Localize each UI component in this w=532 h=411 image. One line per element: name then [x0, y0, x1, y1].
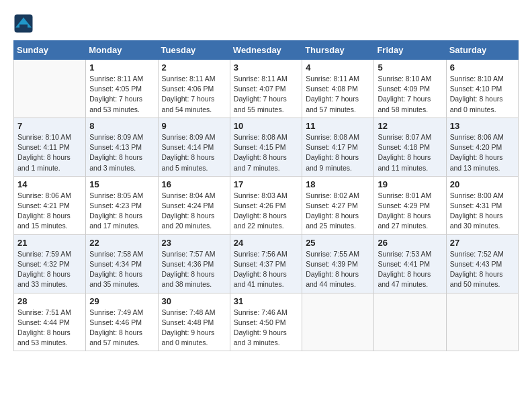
day-number: 21 — [17, 238, 82, 248]
calendar-cell: 2Sunrise: 8:11 AMSunset: 4:06 PMDaylight… — [158, 60, 230, 118]
header-day-tuesday: Tuesday — [158, 41, 230, 60]
calendar-cell: 13Sunrise: 8:06 AMSunset: 4:20 PMDayligh… — [446, 118, 518, 176]
day-number: 1 — [89, 62, 154, 73]
day-number: 2 — [162, 62, 226, 73]
day-info: Sunrise: 8:06 AMSunset: 4:20 PMDaylight:… — [450, 132, 515, 173]
day-info: Sunrise: 8:11 AMSunset: 4:07 PMDaylight:… — [234, 74, 298, 115]
day-info: Sunrise: 8:09 AMSunset: 4:13 PMDaylight:… — [89, 132, 154, 173]
calendar-cell: 12Sunrise: 8:07 AMSunset: 4:18 PMDayligh… — [374, 118, 446, 176]
week-row-5: 28Sunrise: 7:51 AMSunset: 4:44 PMDayligh… — [14, 293, 519, 351]
calendar-cell: 17Sunrise: 8:03 AMSunset: 4:26 PMDayligh… — [230, 176, 302, 234]
day-number: 15 — [89, 179, 154, 189]
day-info: Sunrise: 8:06 AMSunset: 4:21 PMDaylight:… — [17, 191, 82, 232]
header-day-thursday: Thursday — [302, 41, 374, 60]
day-info: Sunrise: 7:56 AMSunset: 4:37 PMDaylight:… — [234, 249, 298, 290]
day-info: Sunrise: 7:49 AMSunset: 4:46 PMDaylight:… — [89, 308, 154, 349]
week-row-2: 7Sunrise: 8:10 AMSunset: 4:11 PMDaylight… — [14, 118, 519, 176]
calendar-cell: 10Sunrise: 8:08 AMSunset: 4:15 PMDayligh… — [230, 118, 302, 176]
week-row-4: 21Sunrise: 7:59 AMSunset: 4:32 PMDayligh… — [14, 234, 519, 293]
logo-icon — [13, 13, 34, 34]
day-info: Sunrise: 8:08 AMSunset: 4:15 PMDaylight:… — [234, 132, 298, 173]
calendar-cell: 24Sunrise: 7:56 AMSunset: 4:37 PMDayligh… — [230, 234, 302, 293]
day-info: Sunrise: 8:07 AMSunset: 4:18 PMDaylight:… — [378, 132, 442, 173]
day-info: Sunrise: 7:52 AMSunset: 4:43 PMDaylight:… — [450, 249, 515, 290]
day-info: Sunrise: 8:11 AMSunset: 4:08 PMDaylight:… — [306, 74, 370, 115]
day-number: 9 — [162, 121, 226, 131]
header-day-wednesday: Wednesday — [230, 41, 302, 60]
day-info: Sunrise: 7:53 AMSunset: 4:41 PMDaylight:… — [378, 249, 442, 290]
day-number: 6 — [450, 62, 515, 73]
day-number: 12 — [378, 121, 442, 131]
day-info: Sunrise: 8:11 AMSunset: 4:06 PMDaylight:… — [162, 74, 226, 115]
day-info: Sunrise: 8:02 AMSunset: 4:27 PMDaylight:… — [306, 191, 370, 232]
day-number: 29 — [89, 296, 154, 306]
calendar-cell: 14Sunrise: 8:06 AMSunset: 4:21 PMDayligh… — [14, 176, 86, 234]
day-number: 26 — [378, 238, 442, 248]
calendar-cell: 31Sunrise: 7:46 AMSunset: 4:50 PMDayligh… — [230, 293, 302, 351]
calendar-cell — [302, 293, 374, 351]
calendar-cell: 20Sunrise: 8:00 AMSunset: 4:31 PMDayligh… — [446, 176, 518, 234]
day-info: Sunrise: 8:11 AMSunset: 4:05 PMDaylight:… — [89, 74, 154, 115]
day-number: 18 — [306, 179, 370, 189]
day-number: 28 — [17, 296, 82, 306]
day-info: Sunrise: 8:03 AMSunset: 4:26 PMDaylight:… — [234, 191, 298, 232]
day-info: Sunrise: 7:59 AMSunset: 4:32 PMDaylight:… — [17, 249, 82, 290]
day-info: Sunrise: 7:55 AMSunset: 4:39 PMDaylight:… — [306, 249, 370, 290]
day-info: Sunrise: 7:46 AMSunset: 4:50 PMDaylight:… — [234, 308, 298, 349]
calendar-cell: 18Sunrise: 8:02 AMSunset: 4:27 PMDayligh… — [302, 176, 374, 234]
day-number: 30 — [162, 296, 226, 306]
day-info: Sunrise: 8:05 AMSunset: 4:23 PMDaylight:… — [89, 191, 154, 232]
calendar-cell: 15Sunrise: 8:05 AMSunset: 4:23 PMDayligh… — [86, 176, 158, 234]
svg-rect-2 — [19, 25, 28, 30]
day-info: Sunrise: 8:10 AMSunset: 4:09 PMDaylight:… — [378, 74, 442, 115]
calendar-cell: 16Sunrise: 8:04 AMSunset: 4:24 PMDayligh… — [158, 176, 230, 234]
day-number: 25 — [306, 238, 370, 248]
day-number: 4 — [306, 62, 370, 73]
day-info: Sunrise: 8:10 AMSunset: 4:11 PMDaylight:… — [17, 132, 82, 173]
day-number: 7 — [17, 121, 82, 131]
day-number: 20 — [450, 179, 515, 189]
calendar-cell: 19Sunrise: 8:01 AMSunset: 4:29 PMDayligh… — [374, 176, 446, 234]
calendar-cell — [446, 293, 518, 351]
calendar-cell: 1Sunrise: 8:11 AMSunset: 4:05 PMDaylight… — [86, 60, 158, 118]
week-row-1: 1Sunrise: 8:11 AMSunset: 4:05 PMDaylight… — [14, 60, 519, 118]
calendar-cell: 25Sunrise: 7:55 AMSunset: 4:39 PMDayligh… — [302, 234, 374, 293]
day-info: Sunrise: 8:01 AMSunset: 4:29 PMDaylight:… — [378, 191, 442, 232]
day-number: 10 — [234, 121, 298, 131]
day-number: 19 — [378, 179, 442, 189]
day-number: 17 — [234, 179, 298, 189]
calendar-cell: 23Sunrise: 7:57 AMSunset: 4:36 PMDayligh… — [158, 234, 230, 293]
day-number: 11 — [306, 121, 370, 131]
calendar-cell: 11Sunrise: 8:08 AMSunset: 4:17 PMDayligh… — [302, 118, 374, 176]
calendar-cell — [14, 60, 86, 118]
day-number: 14 — [17, 179, 82, 189]
day-number: 23 — [162, 238, 226, 248]
day-number: 22 — [89, 238, 154, 248]
day-info: Sunrise: 8:00 AMSunset: 4:31 PMDaylight:… — [450, 191, 515, 232]
day-number: 5 — [378, 62, 442, 73]
calendar-cell: 9Sunrise: 8:09 AMSunset: 4:14 PMDaylight… — [158, 118, 230, 176]
day-number: 8 — [89, 121, 154, 131]
calendar-cell: 26Sunrise: 7:53 AMSunset: 4:41 PMDayligh… — [374, 234, 446, 293]
day-info: Sunrise: 8:10 AMSunset: 4:10 PMDaylight:… — [450, 74, 515, 115]
calendar-cell: 5Sunrise: 8:10 AMSunset: 4:09 PMDaylight… — [374, 60, 446, 118]
day-info: Sunrise: 7:48 AMSunset: 4:48 PMDaylight:… — [162, 308, 226, 349]
day-info: Sunrise: 8:04 AMSunset: 4:24 PMDaylight:… — [162, 191, 226, 232]
day-info: Sunrise: 7:51 AMSunset: 4:44 PMDaylight:… — [17, 308, 82, 349]
calendar-cell — [374, 293, 446, 351]
calendar-cell: 4Sunrise: 8:11 AMSunset: 4:08 PMDaylight… — [302, 60, 374, 118]
calendar-cell: 27Sunrise: 7:52 AMSunset: 4:43 PMDayligh… — [446, 234, 518, 293]
day-info: Sunrise: 7:57 AMSunset: 4:36 PMDaylight:… — [162, 249, 226, 290]
day-number: 31 — [234, 296, 298, 306]
calendar-cell: 3Sunrise: 8:11 AMSunset: 4:07 PMDaylight… — [230, 60, 302, 118]
calendar-cell: 6Sunrise: 8:10 AMSunset: 4:10 PMDaylight… — [446, 60, 518, 118]
calendar-cell: 28Sunrise: 7:51 AMSunset: 4:44 PMDayligh… — [14, 293, 86, 351]
day-info: Sunrise: 8:09 AMSunset: 4:14 PMDaylight:… — [162, 132, 226, 173]
calendar-header-row: SundayMondayTuesdayWednesdayThursdayFrid… — [14, 41, 519, 60]
logo — [13, 13, 36, 34]
day-info: Sunrise: 8:08 AMSunset: 4:17 PMDaylight:… — [306, 132, 370, 173]
day-number: 3 — [234, 62, 298, 73]
day-number: 27 — [450, 238, 515, 248]
calendar: SundayMondayTuesdayWednesdayThursdayFrid… — [13, 40, 519, 351]
header-day-monday: Monday — [86, 41, 158, 60]
